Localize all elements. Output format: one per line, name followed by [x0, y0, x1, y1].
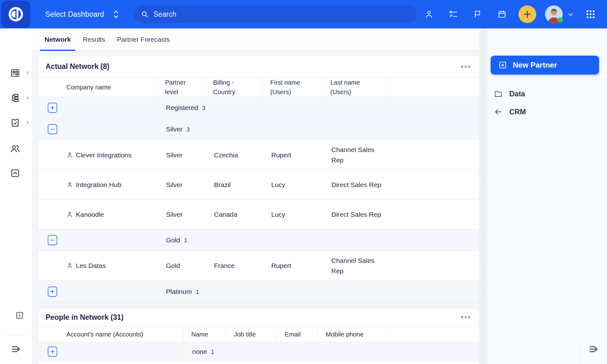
view-tabs: Network Results Partner Forecasts	[32, 28, 488, 51]
actual-network-card: Actual Network (8) Company name Partner …	[38, 56, 479, 302]
dashboards-icon	[10, 68, 21, 78]
tab-network[interactable]: Network	[39, 28, 77, 51]
sidebar-item-dashboards[interactable]	[0, 65, 32, 81]
first-name-cell: Rupert	[262, 260, 322, 271]
chevron-down-icon	[567, 11, 574, 18]
sidebar-item-hierarchy[interactable]	[0, 90, 32, 106]
group-row-gold: Gold1	[39, 229, 479, 251]
tasks-button[interactable]	[449, 9, 458, 19]
expand-group-button[interactable]	[48, 287, 57, 297]
group-count: 1	[211, 349, 214, 355]
group-label: Gold	[166, 236, 180, 244]
billing-country-cell: Canada	[205, 209, 262, 220]
chevron-right-icon	[25, 95, 30, 100]
column-header[interactable]: Last name (Users)	[322, 77, 389, 97]
sidebar-divider	[4, 335, 28, 335]
table-row[interactable]: Clever Integrations Silver Czechia Ruper…	[39, 140, 479, 170]
hierarchy-icon	[10, 93, 21, 103]
column-header[interactable]: Company name	[39, 77, 157, 97]
card-header: People in Network (31)	[39, 308, 479, 326]
minus-square-icon	[50, 238, 55, 243]
column-header[interactable]: Email	[277, 326, 318, 342]
user-icon	[424, 9, 434, 19]
online-status-dot	[558, 17, 563, 23]
clipboard-check-icon	[10, 117, 21, 128]
column-header-empty	[389, 77, 479, 97]
card-header: Actual Network (8)	[39, 56, 479, 77]
company-name-cell: Kanoodle	[76, 209, 104, 220]
group-count: 1	[184, 237, 187, 244]
table-row[interactable]: Les Datas Gold France Rupert Channel Sal…	[39, 251, 479, 281]
user-profile-button[interactable]	[424, 9, 434, 19]
panel-item-crm-back[interactable]: CRM	[488, 105, 607, 119]
quick-add-button[interactable]	[518, 5, 536, 23]
plus-square-icon	[50, 105, 55, 110]
calendar-button[interactable]	[497, 9, 507, 19]
column-header[interactable]: First name (Users)	[262, 77, 322, 97]
dashboard-selector[interactable]: Select Dashboard	[45, 0, 119, 28]
card-title: People in Network (31)	[46, 313, 124, 322]
new-partner-label: New Partner	[513, 61, 557, 70]
info-button[interactable]	[15, 310, 25, 320]
card-menu-button[interactable]	[460, 313, 471, 321]
billing-country-cell: Czechia	[205, 150, 262, 160]
group-count: 1	[196, 289, 199, 295]
expand-panel-button[interactable]	[588, 343, 600, 355]
column-header[interactable]: Account's name (Accounts)	[39, 326, 183, 342]
tab-results[interactable]: Results	[77, 28, 111, 51]
contact-icon	[66, 262, 73, 269]
column-header-empty	[390, 326, 479, 342]
panel-divider	[488, 336, 607, 336]
group-row-registered: Registered3	[39, 97, 479, 118]
box-chevron-up-icon	[10, 168, 21, 179]
group-row-silver: Silver3	[39, 118, 479, 140]
group-label: Silver	[166, 125, 183, 133]
left-sidebar	[0, 28, 32, 364]
tab-label: Results	[83, 36, 105, 43]
app-logo[interactable]	[1, 1, 30, 28]
flag-button[interactable]	[473, 9, 482, 19]
table-row[interactable]: Kanoodle Silver Canada Lucy Direct Sales…	[39, 200, 479, 229]
first-name-cell: Lucy	[262, 209, 322, 220]
table-header-row: Company name Partner level Billing - Cou…	[39, 77, 479, 97]
partner-level-cell: Gold	[157, 260, 205, 271]
search-input[interactable]	[153, 5, 417, 23]
column-header[interactable]: Name	[183, 326, 226, 342]
sidebar-item-projects[interactable]	[0, 115, 32, 130]
table-row[interactable]: Integration Hub Silver Brazil Lucy Direc…	[39, 170, 479, 200]
panel-divider	[488, 79, 607, 80]
first-name-cell: Rupert	[262, 150, 322, 160]
expand-right-icon	[10, 343, 22, 355]
expand-group-button[interactable]	[48, 347, 57, 357]
collapse-group-button[interactable]	[48, 124, 57, 134]
panel-item-data[interactable]: Data	[488, 87, 607, 101]
column-header[interactable]: Billing - Country	[205, 77, 262, 97]
expand-group-button[interactable]	[48, 103, 57, 113]
last-name-cell: Direct Sales Rep	[322, 179, 389, 190]
card-menu-button[interactable]	[460, 63, 471, 70]
column-header[interactable]: Job title	[226, 326, 277, 342]
sidebar-item-export[interactable]	[0, 166, 32, 181]
sidebar-item-contacts[interactable]	[0, 141, 32, 156]
checklist-icon	[449, 9, 458, 19]
right-panel: New Partner Data CRM	[488, 28, 607, 364]
partner-level-cell: Silver	[157, 150, 205, 160]
plus-square-icon	[50, 349, 55, 354]
collapse-group-button[interactable]	[48, 235, 57, 245]
search-bar[interactable]	[134, 5, 417, 23]
apps-grid-button[interactable]	[585, 9, 596, 20]
new-partner-button[interactable]: New Partner	[491, 56, 599, 75]
group-count: 3	[202, 105, 205, 112]
avatar-menu-chevron[interactable]	[567, 11, 574, 18]
tab-partner-forecasts[interactable]: Partner Forecasts	[111, 28, 176, 51]
expand-sidebar-button[interactable]	[10, 343, 22, 355]
group-row-platinum: Platinum1	[39, 281, 479, 302]
column-header[interactable]: Partner level	[157, 77, 205, 97]
column-header[interactable]: Mobile phone	[318, 326, 390, 342]
scroll-gutter[interactable]	[479, 28, 488, 364]
chevron-right-icon	[25, 120, 30, 125]
tab-label: Network	[45, 36, 71, 43]
last-name-cell: Channel Sales Rep	[322, 144, 389, 165]
group-count: 3	[187, 126, 190, 133]
first-name-cell: Lucy	[262, 179, 322, 190]
